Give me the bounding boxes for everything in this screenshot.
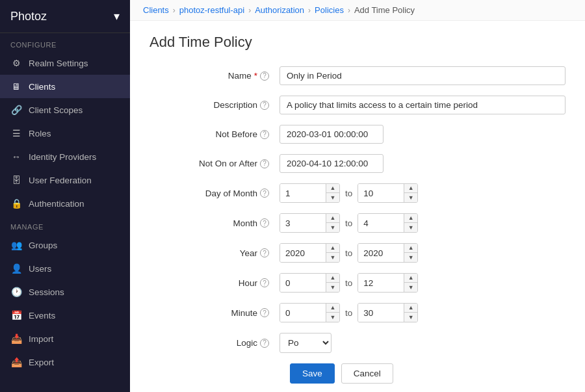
hour-from-spinbox: ▲ ▼ [280,273,340,293]
hour-to-down[interactable]: ▼ [404,283,417,292]
year-row: ▲ ▼ to ▲ ▼ [280,243,418,263]
month-to-down[interactable]: ▼ [404,223,417,232]
day-of-month-from-input[interactable] [280,184,326,202]
month-help-icon[interactable]: ? [260,218,269,228]
year-from-buttons: ▲ ▼ [326,244,339,262]
save-button[interactable]: Save [290,363,335,384]
sidebar-item-sessions[interactable]: 🕐 Sessions [0,280,130,304]
breadcrumb-authorization[interactable]: Authorization [255,5,304,15]
day-of-month-from-up[interactable]: ▲ [326,184,339,193]
minute-from-up[interactable]: ▲ [326,304,339,313]
breadcrumb-current: Add Time Policy [354,5,415,15]
name-input[interactable] [280,66,566,85]
brand[interactable]: Photoz ▾ [0,0,130,33]
sidebar-item-label: Groups [29,241,57,250]
page-content: Add Time Policy Name * ? Description ? N… [130,21,585,392]
hour-to-input[interactable] [358,274,404,292]
not-before-input[interactable] [280,125,384,144]
year-help-icon[interactable]: ? [260,248,269,257]
hour-to-up[interactable]: ▲ [404,274,417,283]
sidebar-item-label: Clients [29,82,55,92]
sidebar-item-realm-settings[interactable]: ⚙ Realm Settings [0,51,130,75]
hour-from-buttons: ▲ ▼ [326,274,339,292]
name-required: * [254,71,257,81]
year-from-up[interactable]: ▲ [326,244,339,253]
minute-to-up[interactable]: ▲ [404,304,417,313]
main-content: Clients › photoz-restful-api › Authoriza… [130,0,585,392]
sidebar-item-label: Authentication [29,199,84,209]
month-row: ▲ ▼ to ▲ ▼ [280,213,418,233]
sidebar-item-label: Identity Providers [29,152,96,162]
form-group-not-on-or-after: Not On or After ? [150,154,566,173]
month-from-up[interactable]: ▲ [326,214,339,223]
month-from-input[interactable] [280,214,326,232]
year-from-down[interactable]: ▼ [326,253,339,262]
not-before-label: Not Before ? [150,129,280,139]
year-from-spinbox: ▲ ▼ [280,243,340,263]
day-of-month-to-up[interactable]: ▲ [404,184,417,193]
sidebar-item-events[interactable]: 📅 Events [0,304,130,327]
name-help-icon[interactable]: ? [260,72,269,81]
sidebar-item-export[interactable]: 📤 Export [0,350,130,374]
day-of-month-to-input[interactable] [358,184,404,202]
logic-select[interactable]: Po Ne [280,333,332,353]
minute-from-down[interactable]: ▼ [326,313,339,322]
sidebar-item-users[interactable]: 👤 Users [0,257,130,280]
minute-from-input[interactable] [280,304,326,322]
description-input[interactable] [280,96,566,114]
year-to-down[interactable]: ▼ [404,253,417,262]
sessions-icon: 🕐 [10,286,22,298]
month-to-label: to [345,218,352,228]
form-group-year: Year ? ▲ ▼ to ▲ ▼ [150,243,566,263]
logic-help-icon[interactable]: ? [260,339,269,348]
sidebar-item-user-federation[interactable]: 🗄 User Federation [0,168,130,192]
identity-providers-icon: ↔ [10,151,22,163]
sidebar-item-clients[interactable]: 🖥 Clients [0,75,130,98]
name-label: Name * ? [150,71,280,81]
cancel-button[interactable]: Cancel [341,363,393,384]
month-to-spinbox: ▲ ▼ [358,213,418,233]
hour-from-down[interactable]: ▼ [326,283,339,292]
logic-label: Logic ? [150,338,280,348]
breadcrumb-photoz[interactable]: photoz-restful-api [179,5,244,15]
month-to-up[interactable]: ▲ [404,214,417,223]
not-on-or-after-input[interactable] [280,154,384,173]
minute-to-input[interactable] [358,304,404,322]
form-group-description: Description ? [150,96,566,114]
day-of-month-label: Day of Month ? [150,189,280,198]
year-from-input[interactable] [280,244,326,262]
not-before-help-icon[interactable]: ? [260,130,269,139]
day-of-month-help-icon[interactable]: ? [260,189,269,198]
sidebar-item-import[interactable]: 📥 Import [0,327,130,350]
day-of-month-to-down[interactable]: ▼ [404,193,417,202]
sidebar-item-groups[interactable]: 👥 Groups [0,233,130,257]
year-to-spinbox: ▲ ▼ [358,243,418,263]
not-on-or-after-help-icon[interactable]: ? [260,159,269,168]
minute-label: Minute ? [150,308,280,318]
day-of-month-from-down[interactable]: ▼ [326,193,339,202]
minute-from-buttons: ▲ ▼ [326,304,339,322]
hour-help-icon[interactable]: ? [260,278,269,287]
breadcrumb-policies[interactable]: Policies [315,5,344,15]
breadcrumb-sep-4: › [348,6,350,15]
sidebar-item-roles[interactable]: ☰ Roles [0,122,130,145]
hour-from-input[interactable] [280,274,326,292]
hour-from-up[interactable]: ▲ [326,274,339,283]
month-from-buttons: ▲ ▼ [326,214,339,232]
year-to-buttons: ▲ ▼ [404,244,417,262]
sidebar-item-authentication[interactable]: 🔒 Authentication [0,192,130,215]
year-to-up[interactable]: ▲ [404,244,417,253]
minute-to-down[interactable]: ▼ [404,313,417,322]
minute-to-label: to [345,308,352,318]
year-to-input[interactable] [358,244,404,262]
sidebar-item-client-scopes[interactable]: 🔗 Client Scopes [0,98,130,122]
minute-help-icon[interactable]: ? [260,308,269,317]
month-from-down[interactable]: ▼ [326,223,339,232]
breadcrumb-clients[interactable]: Clients [143,5,169,15]
day-of-month-to-spinbox: ▲ ▼ [358,183,418,203]
description-help-icon[interactable]: ? [260,101,269,110]
brand-name: Photoz [10,10,47,23]
form-group-hour: Hour ? ▲ ▼ to ▲ ▼ [150,273,566,293]
month-to-input[interactable] [358,214,404,232]
sidebar-item-identity-providers[interactable]: ↔ Identity Providers [0,145,130,168]
